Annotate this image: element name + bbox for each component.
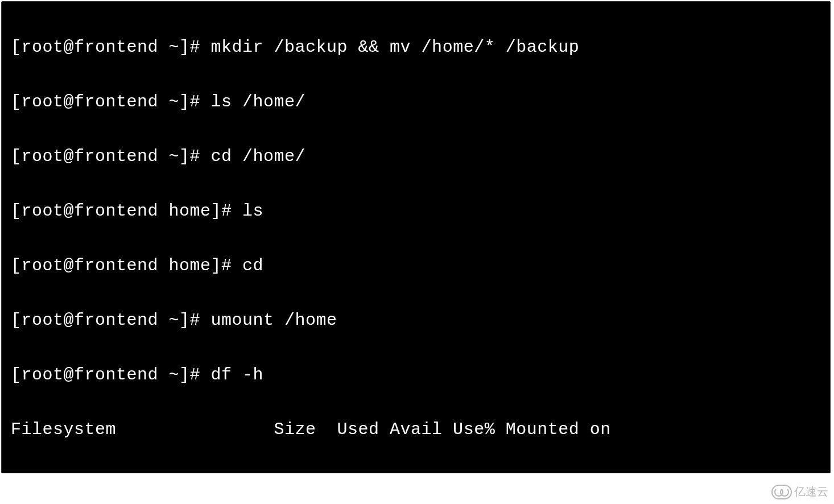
command-line: [root@frontend ~]# mkdir /backup && mv /… — [11, 34, 821, 61]
shell-command: umount /home — [211, 311, 337, 330]
shell-prompt: [root@frontend home]# — [11, 201, 242, 221]
command-line: [root@frontend home]# ls — [11, 197, 821, 225]
shell-prompt: [root@frontend home]# — [11, 256, 242, 275]
shell-prompt: [root@frontend ~]# — [11, 365, 211, 385]
shell-prompt: [root@frontend ~]# — [11, 147, 211, 166]
df-row: /dev/mapper/centos-root 50G 2.6G 48G 6% … — [11, 470, 821, 498]
command-line: [root@frontend ~]# df -h — [11, 361, 821, 389]
command-line: [root@frontend ~]# cd /home/ — [11, 143, 821, 170]
shell-prompt: [root@frontend ~]# — [11, 38, 211, 57]
watermark-text: 亿速云 — [794, 484, 828, 499]
shell-command: cd /home/ — [211, 147, 306, 166]
watermark: 亿速云 — [771, 484, 828, 499]
shell-prompt: [root@frontend ~]# — [11, 311, 211, 330]
command-line: [root@frontend ~]# umount /home — [11, 307, 821, 334]
shell-command: cd — [242, 256, 263, 275]
terminal-window[interactable]: [root@frontend ~]# mkdir /backup && mv /… — [1, 1, 831, 473]
shell-command: mkdir /backup && mv /home/* /backup — [211, 38, 580, 57]
shell-command: ls — [242, 201, 263, 221]
command-line: [root@frontend ~]# ls /home/ — [11, 88, 821, 115]
shell-command: ls /home/ — [211, 92, 306, 111]
df-header: Filesystem Size Used Avail Use% Mounted … — [11, 416, 821, 443]
shell-command: df -h — [211, 365, 264, 385]
cloud-icon — [771, 485, 792, 499]
command-line: [root@frontend home]# cd — [11, 252, 821, 279]
shell-prompt: [root@frontend ~]# — [11, 92, 211, 111]
